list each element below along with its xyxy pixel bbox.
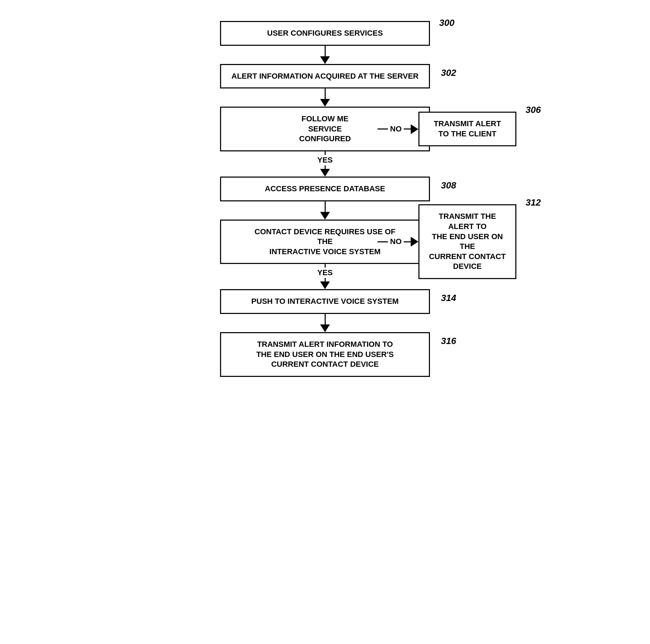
box-314: PUSH TO INTERACTIVE VOICE SYSTEM bbox=[220, 289, 430, 314]
box-300: USER CONFIGURES SERVICES bbox=[220, 21, 430, 46]
arrow-down bbox=[320, 169, 330, 177]
connector-yes-310: YES bbox=[168, 264, 482, 289]
flow-item-300: USER CONFIGURES SERVICES 300 bbox=[168, 21, 482, 46]
yes-label-310: YES bbox=[317, 268, 333, 277]
box-wrap-316: TRANSMIT ALERT INFORMATION TOTHE END USE… bbox=[220, 332, 430, 377]
box-302: ALERT INFORMATION ACQUIRED AT THE SERVER bbox=[220, 64, 430, 89]
connector-yes-304: YES bbox=[168, 151, 482, 177]
box-306: TRANSMIT ALERTTO THE CLIENT bbox=[418, 112, 516, 146]
connector-0-1 bbox=[168, 46, 482, 64]
arrow-line bbox=[325, 278, 326, 281]
arrow-line bbox=[325, 151, 326, 155]
ref-308: 308 bbox=[441, 180, 456, 191]
horiz-line bbox=[404, 129, 411, 130]
arrow-right bbox=[411, 237, 418, 246]
arrow-line bbox=[325, 314, 326, 324]
horiz-line bbox=[377, 241, 388, 242]
arrow-line bbox=[325, 201, 326, 212]
connector-314-316 bbox=[168, 314, 482, 332]
flow-item-316: TRANSMIT ALERT INFORMATION TOTHE END USE… bbox=[168, 332, 482, 377]
flow-item-308: ACCESS PRESENCE DATABASE 308 bbox=[168, 177, 482, 201]
horiz-line bbox=[404, 241, 411, 242]
side-box-306-wrap: TRANSMIT ALERTTO THE CLIENT 306 bbox=[418, 112, 516, 146]
yes-label-304: YES bbox=[317, 156, 333, 165]
box-wrap-308: ACCESS PRESENCE DATABASE 308 bbox=[220, 177, 430, 201]
ref-316: 316 bbox=[441, 336, 456, 346]
box-308: ACCESS PRESENCE DATABASE bbox=[220, 177, 430, 201]
flow-item-304: FOLLOW MESERVICECONFIGURED 304 NO bbox=[168, 107, 482, 151]
arrow-line bbox=[325, 46, 326, 56]
box-wrap-314: PUSH TO INTERACTIVE VOICE SYSTEM 314 bbox=[220, 289, 430, 314]
ref-312: 312 bbox=[526, 198, 541, 208]
arrow-line bbox=[325, 88, 326, 99]
ref-300: 300 bbox=[439, 17, 454, 28]
flow-item-314: PUSH TO INTERACTIVE VOICE SYSTEM 314 bbox=[168, 289, 482, 314]
ref-302: 302 bbox=[441, 67, 456, 78]
flow-item-310: CONTACT DEVICE REQUIRES USE OFTHEINTERAC… bbox=[168, 220, 482, 264]
no-label-304: NO bbox=[390, 124, 402, 134]
box-wrap-300: USER CONFIGURES SERVICES 300 bbox=[220, 21, 430, 46]
no-label-310: NO bbox=[390, 237, 402, 246]
ref-314: 314 bbox=[441, 293, 456, 303]
arrow-right bbox=[411, 124, 418, 134]
horiz-line bbox=[377, 129, 388, 130]
arrow-down bbox=[320, 212, 330, 220]
box-wrap-302: ALERT INFORMATION ACQUIRED AT THE SERVER… bbox=[220, 64, 430, 89]
no-branch-304: NO TRANSMIT ALERTTO THE CLIENT 306 bbox=[377, 112, 516, 146]
arrow-down bbox=[320, 99, 330, 107]
arrow-down bbox=[320, 56, 330, 64]
box-316: TRANSMIT ALERT INFORMATION TOTHE END USE… bbox=[220, 332, 430, 377]
arrow-line bbox=[325, 165, 326, 169]
arrow-line bbox=[325, 264, 326, 267]
flowchart-diagram: USER CONFIGURES SERVICES 300 ALERT INFOR… bbox=[168, 21, 482, 377]
main-flow: USER CONFIGURES SERVICES 300 ALERT INFOR… bbox=[168, 21, 482, 377]
arrow-down bbox=[320, 281, 330, 289]
arrow-down bbox=[320, 324, 330, 332]
connector-1-2 bbox=[168, 88, 482, 107]
ref-306: 306 bbox=[526, 105, 541, 115]
flow-item-302: ALERT INFORMATION ACQUIRED AT THE SERVER… bbox=[168, 64, 482, 89]
